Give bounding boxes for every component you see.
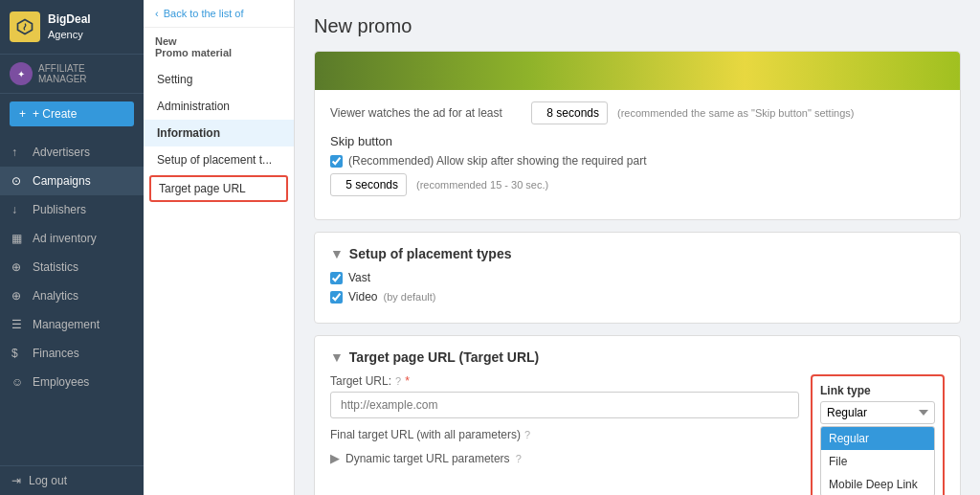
sidebar-item-management[interactable]: ☰ Management	[0, 310, 144, 339]
vast-label: Vast	[348, 271, 370, 284]
finances-icon: $	[11, 347, 25, 360]
analytics-icon: ⊕	[11, 289, 25, 303]
final-url-info-icon[interactable]: ?	[524, 429, 530, 440]
sub-sidebar-item-setting[interactable]: Setting	[144, 66, 294, 93]
back-button[interactable]: ‹ Back to the list of	[144, 0, 294, 28]
video-checkbox[interactable]	[330, 291, 343, 304]
main-content: New promo Viewer watches the ad for at l…	[295, 0, 980, 495]
target-url-collapse-icon[interactable]: ▼	[330, 349, 344, 365]
link-type-label: Link type	[820, 384, 935, 397]
skip-checkbox-label: (Recommended) Allow skip after showing t…	[348, 154, 646, 168]
logout-icon: ⇥	[11, 474, 21, 487]
sidebar-nav: ↑ Advertisers ⊙ Campaigns ↓ Publishers ▦…	[0, 134, 144, 465]
target-url-left: Target URL: ? * Final target URL (with a…	[330, 374, 799, 465]
sidebar-item-campaigns[interactable]: ⊙ Campaigns	[0, 167, 144, 195]
dynamic-params-row[interactable]: ▶ Dynamic target URL parameters ?	[330, 451, 799, 465]
sidebar: BigDeal Agency ✦ AFFILIATE MANAGER ++ Cr…	[0, 0, 144, 495]
skip-seconds-input[interactable]	[330, 173, 407, 196]
required-indicator: *	[405, 374, 410, 388]
sub-sidebar-section: New Promo material	[144, 28, 294, 66]
placement-card: ▼ Setup of placement types Vast Video (b…	[314, 232, 961, 324]
dynamic-params-icon: ▶	[330, 451, 340, 465]
vast-checkbox-row: Vast	[330, 271, 945, 284]
affiliate-label: ✦ AFFILIATE MANAGER	[0, 55, 144, 94]
management-icon: ☰	[11, 318, 25, 331]
sidebar-item-finances[interactable]: $ Finances	[0, 339, 144, 368]
viewer-hint: (recommended the same as "Skip button" s…	[617, 107, 854, 119]
target-url-card: ▼ Target page URL (Target URL) Target UR…	[314, 335, 961, 495]
logout-button[interactable]: ⇥ Log out	[0, 465, 144, 495]
viewer-watches-label: Viewer watches the ad for at least	[330, 106, 522, 120]
target-url-info-icon[interactable]: ?	[395, 375, 401, 387]
sub-sidebar: ‹ Back to the list of New Promo material…	[144, 0, 295, 495]
placement-collapse-icon[interactable]: ▼	[330, 246, 344, 261]
target-url-input[interactable]	[330, 392, 799, 418]
dynamic-params-label: Dynamic target URL parameters	[345, 452, 510, 465]
affiliate-icon: ✦	[10, 62, 33, 85]
video-checkbox-row: Video (by default)	[330, 290, 945, 304]
promo-section-new: New	[155, 35, 282, 47]
dropdown-item-file[interactable]: File	[821, 450, 934, 473]
sidebar-item-statistics[interactable]: ⊕ Statistics	[0, 253, 144, 281]
viewer-watches-row: Viewer watches the ad for at least (reco…	[330, 101, 945, 124]
sidebar-item-ad-inventory[interactable]: ▦ Ad inventory	[0, 224, 144, 253]
create-button[interactable]: ++ Create	[10, 101, 134, 126]
sub-sidebar-item-administration[interactable]: Administration	[144, 93, 294, 120]
sidebar-item-employees[interactable]: ☺ Employees	[0, 368, 144, 396]
target-url-title: Target page URL (Target URL)	[349, 349, 539, 365]
final-url-label: Final target URL (with all parameters) ?	[330, 428, 799, 441]
final-url-row: Final target URL (with all parameters) ?	[330, 428, 799, 441]
link-type-dropdown: Regular File Mobile Deep Link	[820, 426, 935, 495]
skip-checkbox[interactable]	[330, 155, 343, 168]
link-type-container: Link type Regular File Mobile Deep Link …	[811, 374, 945, 495]
logo-icon	[10, 11, 40, 42]
skip-section: Skip button (Recommended) Allow skip aft…	[330, 134, 945, 196]
back-icon: ‹	[155, 8, 159, 19]
promo-section-material: Promo material	[155, 47, 282, 58]
sub-sidebar-item-setup-placement[interactable]: Setup of placement t...	[144, 146, 294, 173]
vast-checkbox[interactable]	[330, 272, 343, 284]
skip-checkbox-row: (Recommended) Allow skip after showing t…	[330, 154, 945, 168]
publishers-icon: ↓	[11, 203, 25, 216]
dropdown-item-regular[interactable]: Regular	[821, 427, 934, 450]
skip-button-label: Skip button	[330, 134, 945, 148]
dynamic-params-info-icon[interactable]: ?	[516, 453, 522, 464]
viewer-seconds-input[interactable]	[531, 101, 608, 124]
skip-hint: (recommended 15 - 30 sec.)	[416, 179, 548, 191]
sub-sidebar-item-target-page-url[interactable]: Target page URL	[149, 175, 288, 202]
advertisers-icon: ↑	[11, 146, 25, 159]
viewer-card: Viewer watches the ad for at least (reco…	[314, 51, 961, 220]
brand-logo: BigDeal Agency	[0, 0, 144, 55]
ad-inventory-icon: ▦	[11, 232, 25, 245]
sub-sidebar-item-information[interactable]: Information	[144, 120, 294, 146]
skip-seconds-row: (recommended 15 - 30 sec.)	[330, 173, 945, 196]
sidebar-item-analytics[interactable]: ⊕ Analytics	[0, 281, 144, 310]
target-url-field-label: Target URL: ? *	[330, 374, 799, 388]
brand-name: BigDeal Agency	[48, 12, 91, 41]
sidebar-item-publishers[interactable]: ↓ Publishers	[0, 195, 144, 224]
campaigns-icon: ⊙	[11, 174, 25, 188]
statistics-icon: ⊕	[11, 260, 25, 274]
employees-icon: ☺	[11, 375, 25, 389]
page-title: New promo	[314, 15, 961, 37]
dropdown-item-mobile-deep-link[interactable]: Mobile Deep Link	[821, 473, 934, 495]
video-sublabel: (by default)	[383, 291, 435, 303]
target-url-row: Target URL: ? * Final target URL (with a…	[330, 374, 945, 495]
placement-title: Setup of placement types	[349, 246, 512, 261]
link-type-select[interactable]: Regular File Mobile Deep Link	[820, 401, 935, 424]
card-header-image	[315, 52, 960, 90]
video-label: Video	[348, 290, 377, 304]
target-url-title-row: ▼ Target page URL (Target URL)	[330, 349, 945, 365]
link-type-box: Link type Regular File Mobile Deep Link …	[811, 374, 945, 495]
sidebar-item-advertisers[interactable]: ↑ Advertisers	[0, 138, 144, 167]
placement-title-row: ▼ Setup of placement types	[330, 246, 945, 261]
